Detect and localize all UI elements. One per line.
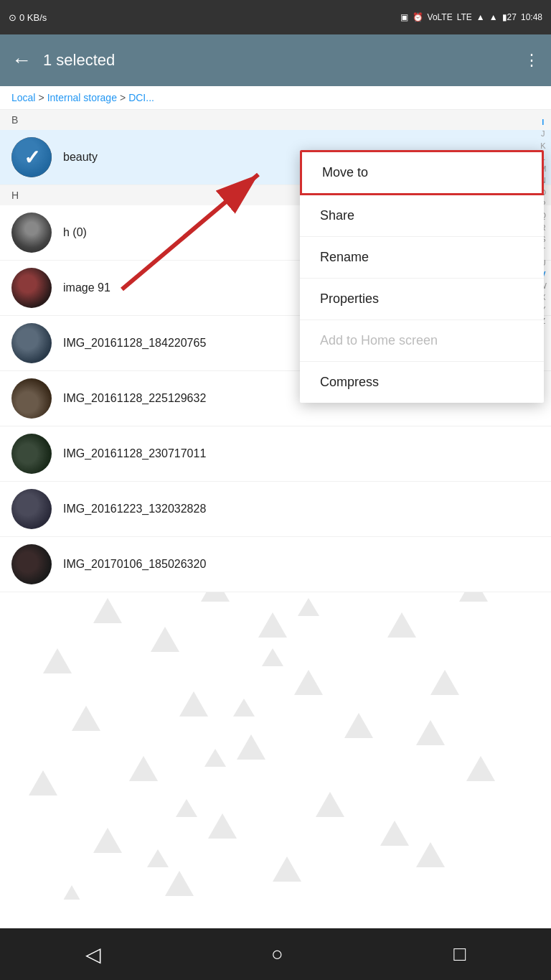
svg-marker-32 — [344, 713, 373, 738]
nav-recents-button[interactable]: □ — [453, 943, 466, 966]
more-vert-icon[interactable]: ⋮ — [524, 51, 540, 70]
file-item-img3[interactable]: IMG_20161128_230717011 — [0, 426, 551, 482]
svg-marker-27 — [294, 670, 323, 695]
svg-marker-62 — [147, 849, 169, 867]
breadcrumb-dcim[interactable]: DCI... — [128, 92, 154, 103]
svg-marker-33 — [93, 828, 122, 853]
status-bar-right: ▣ ⏰ VoLTE LTE ▲ ▲ ▮27 10:48 — [400, 12, 542, 22]
alpha-K[interactable]: K — [539, 141, 547, 151]
breadcrumb-sep2: > — [120, 92, 126, 103]
breadcrumb: Local > Internal storage > DCI... — [0, 86, 551, 110]
volte-label: VoLTE — [428, 12, 453, 22]
svg-marker-57 — [298, 598, 319, 616]
avatar-img4 — [11, 489, 52, 529]
alpha-J[interactable]: J — [540, 129, 547, 139]
file-list: B ✓ beauty H h (0) image 91 IMG_20161128… — [0, 110, 551, 923]
file-name-img5: IMG_20170106_185026320 — [63, 558, 206, 571]
menu-item-move-to[interactable]: Move to — [300, 150, 544, 195]
back-button[interactable]: ← — [11, 49, 32, 72]
file-name-img1: IMG_20161128_184220765 — [63, 337, 206, 350]
signal-icon2: ▲ — [489, 12, 498, 22]
menu-item-properties[interactable]: Properties — [300, 279, 544, 320]
menu-item-add-home: Add to Home screen — [300, 320, 544, 362]
svg-marker-34 — [208, 813, 237, 839]
avatar-h0 — [11, 213, 52, 253]
avatar-img3 — [11, 434, 52, 474]
status-bar-left: ⊙ 0 KB/s — [9, 12, 47, 23]
breadcrumb-internal-storage[interactable]: Internal storage — [47, 92, 117, 103]
action-bar-title: 1 selected — [43, 51, 512, 70]
action-bar: ← 1 selected ⋮ — [0, 34, 551, 86]
svg-marker-37 — [57, 885, 86, 900]
battery-icon: ▮27 — [502, 12, 517, 22]
avatar-img2 — [11, 378, 52, 419]
svg-marker-31 — [237, 734, 265, 760]
file-name-h0: h (0) — [63, 226, 87, 239]
avatar-img5 — [11, 544, 52, 584]
alarm-icon: ⏰ — [413, 12, 423, 22]
check-overlay: ✓ — [11, 137, 52, 177]
svg-marker-39 — [273, 857, 301, 882]
lte-label: LTE — [457, 12, 472, 22]
svg-marker-22 — [151, 627, 179, 652]
breadcrumb-sep1: > — [38, 92, 44, 103]
nav-back-button[interactable]: ◁ — [85, 943, 101, 966]
svg-marker-60 — [204, 749, 226, 767]
check-icon: ✓ — [24, 146, 40, 169]
kb-per-sec: 0 KB/s — [19, 12, 47, 23]
breadcrumb-local[interactable]: Local — [11, 92, 35, 103]
menu-item-compress[interactable]: Compress — [300, 362, 544, 403]
file-item-img4[interactable]: IMG_20161223_132032828 — [0, 482, 551, 537]
svg-marker-46 — [430, 670, 459, 695]
nav-home-button[interactable]: ○ — [271, 943, 283, 966]
context-menu: Move to Share Rename Properties Add to H… — [300, 150, 544, 403]
file-name-img3: IMG_20161128_230717011 — [63, 447, 206, 460]
svg-marker-18 — [93, 598, 122, 623]
file-name-beauty: beauty — [63, 151, 98, 164]
svg-marker-47 — [466, 756, 495, 781]
file-name-image91: image 91 — [63, 281, 110, 294]
svg-marker-61 — [176, 799, 197, 817]
svg-marker-23 — [258, 612, 287, 638]
svg-marker-26 — [179, 691, 208, 717]
avatar-image91 — [11, 268, 52, 308]
signal-icon: ▲ — [476, 12, 485, 22]
svg-marker-59 — [233, 699, 255, 717]
svg-marker-40 — [380, 821, 409, 846]
file-name-img4: IMG_20161223_132032828 — [63, 503, 206, 515]
vibrate-icon: ▣ — [400, 12, 408, 22]
svg-marker-28 — [387, 612, 416, 638]
time-display: 10:48 — [521, 12, 542, 22]
action-bar-icons: ⋮ — [524, 51, 540, 70]
svg-marker-30 — [129, 756, 158, 781]
menu-item-rename[interactable]: Rename — [300, 237, 544, 279]
svg-marker-35 — [316, 792, 344, 817]
svg-marker-29 — [29, 770, 57, 795]
file-name-img2: IMG_20161128_225129632 — [63, 392, 206, 405]
file-item-img5[interactable]: IMG_20170106_185026320 — [0, 537, 551, 592]
svg-marker-58 — [262, 648, 283, 666]
bottom-nav: ◁ ○ □ — [0, 928, 551, 980]
location-icon: ⊙ — [9, 12, 17, 23]
svg-marker-25 — [72, 706, 100, 731]
svg-marker-38 — [165, 871, 194, 896]
alpha-I[interactable]: I — [540, 117, 545, 127]
status-bar: ⊙ 0 KB/s ▣ ⏰ VoLTE LTE ▲ ▲ ▮27 10:48 — [0, 0, 551, 34]
menu-item-share[interactable]: Share — [300, 195, 544, 237]
avatar-beauty: ✓ — [11, 137, 52, 177]
section-header-b: B — [0, 110, 551, 130]
svg-marker-48 — [416, 842, 445, 867]
svg-marker-21 — [43, 648, 72, 673]
avatar-img1 — [11, 323, 52, 363]
svg-marker-36 — [416, 720, 445, 745]
